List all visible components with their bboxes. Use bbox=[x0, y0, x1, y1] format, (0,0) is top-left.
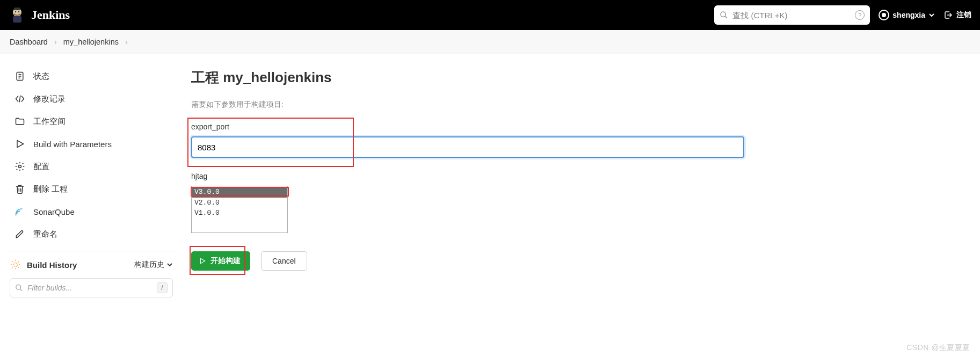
sidebar-item-label: 重命名 bbox=[33, 229, 57, 239]
hjtag-option-v2[interactable]: V2.0.0 bbox=[192, 198, 287, 208]
svg-line-22 bbox=[20, 289, 22, 291]
hjtag-option-v1[interactable]: V1.0.0 bbox=[192, 208, 287, 219]
main-content: 工程 my_hellojenkins 需要如下参数用于构建项目: export_… bbox=[183, 54, 980, 303]
cancel-button-label: Cancel bbox=[272, 257, 296, 265]
cancel-button[interactable]: Cancel bbox=[261, 251, 307, 271]
build-history-title: Build History bbox=[27, 260, 77, 270]
svg-point-21 bbox=[16, 285, 21, 289]
param-label-export-port: export_port bbox=[191, 122, 959, 131]
file-icon bbox=[14, 70, 26, 82]
hjtag-listbox[interactable]: V3.0.0 V2.0.0 V1.0.0 bbox=[191, 186, 288, 233]
svg-point-12 bbox=[13, 263, 17, 266]
breadcrumb: Dashboard › my_hellojenkins › bbox=[0, 30, 980, 54]
search-box[interactable]: ? bbox=[714, 5, 870, 25]
chevron-right-icon: › bbox=[125, 38, 128, 46]
svg-point-2 bbox=[18, 11, 19, 12]
svg-line-19 bbox=[12, 267, 13, 268]
page-title: 工程 my_hellojenkins bbox=[191, 68, 959, 87]
sidebar-item-status[interactable]: 状态 bbox=[10, 65, 177, 88]
top-header: Jenkins ? shengxia 注销 bbox=[0, 0, 980, 30]
build-button-label: 开始构建 bbox=[210, 256, 241, 266]
build-history-label: 构建历史 bbox=[134, 260, 164, 270]
search-icon bbox=[15, 284, 23, 292]
sonar-icon bbox=[14, 206, 26, 217]
sidebar-item-label: Build with Parameters bbox=[33, 140, 112, 149]
sun-icon bbox=[10, 259, 21, 271]
search-input[interactable] bbox=[732, 11, 851, 20]
params-description: 需要如下参数用于构建项目: bbox=[191, 100, 959, 110]
logout-label: 注销 bbox=[956, 10, 971, 20]
sidebar-item-label: 修改记录 bbox=[33, 94, 66, 104]
param-hjtag: hjtag V3.0.0 V2.0.0 V1.0.0 bbox=[191, 172, 959, 233]
sidebar-item-label: 状态 bbox=[33, 71, 49, 82]
svg-point-5 bbox=[721, 12, 725, 17]
help-icon[interactable]: ? bbox=[855, 10, 865, 20]
avatar-icon bbox=[879, 10, 889, 20]
svg-line-17 bbox=[12, 261, 13, 262]
logout-icon bbox=[943, 10, 953, 20]
header-left: Jenkins bbox=[9, 6, 70, 24]
play-icon bbox=[199, 257, 206, 265]
slash-shortcut-icon: / bbox=[157, 282, 168, 293]
trash-icon bbox=[14, 183, 26, 195]
sidebar-item-delete[interactable]: 删除 工程 bbox=[10, 178, 177, 200]
hjtag-option-v3[interactable]: V3.0.0 bbox=[192, 187, 287, 198]
sidebar-item-label: 工作空间 bbox=[33, 117, 66, 127]
folder-icon bbox=[14, 115, 26, 127]
sidebar-item-build-params[interactable]: Build with Parameters bbox=[10, 133, 177, 155]
user-menu[interactable]: shengxia bbox=[879, 10, 935, 20]
filter-builds-input[interactable] bbox=[10, 278, 173, 297]
sidebar-item-configure[interactable]: 配置 bbox=[10, 155, 177, 178]
breadcrumb-item-project[interactable]: my_hellojenkins bbox=[63, 38, 119, 46]
param-export-port: export_port bbox=[191, 121, 959, 158]
sidebar-item-workspace[interactable]: 工作空间 bbox=[10, 110, 177, 133]
chevron-right-icon: › bbox=[54, 38, 57, 46]
svg-point-1 bbox=[15, 11, 16, 12]
divider bbox=[10, 251, 177, 251]
sidebar: 状态 修改记录 工作空间 Build with Parameters 配置 删除… bbox=[0, 54, 183, 303]
jenkins-logo-icon bbox=[9, 6, 26, 24]
svg-rect-4 bbox=[14, 8, 20, 10]
sidebar-item-label: 删除 工程 bbox=[33, 184, 68, 194]
svg-line-18 bbox=[18, 267, 19, 268]
svg-point-11 bbox=[19, 165, 21, 168]
gear-icon bbox=[14, 161, 26, 172]
code-icon bbox=[14, 93, 26, 105]
sidebar-item-rename[interactable]: 重命名 bbox=[10, 223, 177, 245]
layout: 状态 修改记录 工作空间 Build with Parameters 配置 删除… bbox=[0, 54, 980, 303]
logout-link[interactable]: 注销 bbox=[943, 10, 971, 20]
header-right: ? shengxia 注销 bbox=[714, 5, 971, 25]
play-icon bbox=[14, 138, 26, 150]
search-icon bbox=[720, 11, 728, 19]
pencil-icon bbox=[14, 228, 26, 240]
username: shengxia bbox=[892, 11, 925, 19]
build-history-header: Build History 构建历史 bbox=[10, 259, 177, 278]
sidebar-item-label: SonarQube bbox=[33, 207, 75, 216]
button-row: 开始构建 Cancel bbox=[191, 251, 959, 271]
brand-text: Jenkins bbox=[31, 8, 70, 22]
svg-line-20 bbox=[18, 261, 19, 262]
svg-rect-3 bbox=[13, 16, 21, 23]
chevron-down-icon bbox=[928, 12, 935, 18]
sidebar-item-changes[interactable]: 修改记录 bbox=[10, 88, 177, 110]
chevron-down-icon bbox=[166, 261, 173, 268]
filter-builds: / bbox=[10, 278, 177, 297]
sidebar-item-sonarqube[interactable]: SonarQube bbox=[10, 200, 177, 223]
export-port-input[interactable] bbox=[191, 136, 744, 158]
build-history-toggle[interactable]: 构建历史 bbox=[134, 260, 173, 270]
sidebar-item-label: 配置 bbox=[33, 162, 49, 172]
param-label-hjtag: hjtag bbox=[191, 172, 959, 180]
build-button[interactable]: 开始构建 bbox=[191, 251, 250, 271]
breadcrumb-item-dashboard[interactable]: Dashboard bbox=[10, 38, 48, 46]
svg-line-6 bbox=[725, 16, 727, 18]
